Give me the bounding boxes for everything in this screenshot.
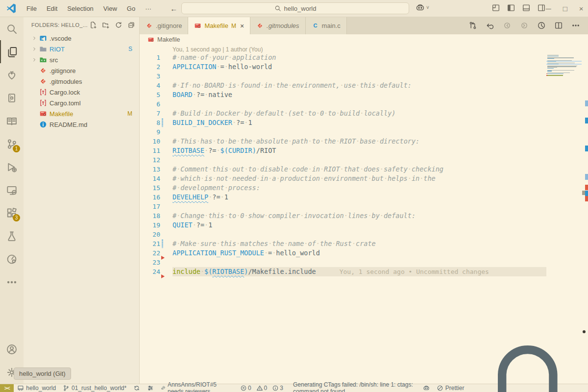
code-line-16[interactable]: 16DEVELHELP·?=·1 [140, 193, 588, 202]
refresh-icon[interactable] [115, 21, 122, 29]
maximize-button[interactable]: □ [563, 4, 567, 13]
chevron-right-icon [30, 45, 38, 53]
gutter [160, 267, 172, 276]
code-line-3[interactable]: 3 [140, 72, 588, 81]
new-folder-icon[interactable] [102, 21, 110, 29]
run-menu-icon[interactable] [537, 21, 546, 30]
activity-explorer-icon[interactable] [0, 40, 24, 63]
remote-indicator[interactable]: >< [0, 384, 14, 392]
new-file-icon[interactable] [89, 21, 97, 29]
menu-file[interactable]: File [22, 5, 42, 12]
file-tree-item-vscode[interactable]: .vscode [24, 33, 139, 44]
more-actions-icon[interactable] [571, 21, 580, 30]
next-change-icon[interactable] [520, 21, 529, 30]
file-tree-item-Cargotoml[interactable]: Cargo.toml [24, 98, 139, 108]
code-line-2[interactable]: 2APPLICATION·=·hello-world [140, 62, 588, 72]
file-tree-item-READMEmd[interactable]: README.md [24, 119, 139, 130]
toggle-sidebar-icon[interactable] [507, 3, 515, 12]
tab-label: main.c [322, 22, 341, 29]
branch-icon [63, 385, 70, 392]
code-line-11[interactable]: 11RIOTBASE·?=·$(CURDIR)/RIOT [140, 146, 588, 155]
status-item-hello_world[interactable]: hello_world [14, 384, 59, 392]
status-item-sync-icon[interactable] [130, 384, 144, 392]
problems-status[interactable]: 003 [237, 384, 290, 392]
menu-[interactable]: ··· [140, 5, 156, 12]
activity-testing-icon[interactable] [0, 224, 24, 247]
code-line-22[interactable]: 22APPLICATION_RUST_MODULE·=·hello_world [140, 248, 588, 258]
activity-more-icon[interactable] [0, 270, 24, 294]
git-compare-icon[interactable] [468, 21, 477, 30]
back-circle-icon[interactable] [486, 21, 494, 30]
status-item-bell-icon[interactable] [467, 384, 588, 392]
status-item-copilot-icon[interactable] [419, 384, 433, 392]
status-item-01_rust_hello_world[interactable]: 01_rust_hello_world* [59, 384, 130, 392]
toggle-panel-icon[interactable] [522, 3, 531, 12]
activity-profiler-extension-icon[interactable] [0, 247, 24, 270]
activity-remote-explorer-icon[interactable] [0, 178, 24, 201]
code-line-9[interactable]: 9 [140, 127, 588, 137]
close-button[interactable]: × [579, 4, 584, 13]
status-item-prettier-icon[interactable]: Prettier [433, 384, 468, 392]
code-line-23[interactable]: 23 [140, 258, 588, 267]
collapse-all-icon[interactable] [127, 21, 135, 29]
git-deleted-marker [161, 274, 165, 278]
minimize-button[interactable]: ─ [546, 4, 551, 13]
code-line-10[interactable]: 10#·This·has·to·be·the·absolute·path·to·… [140, 137, 588, 146]
prev-change-icon[interactable] [503, 21, 512, 30]
activity-notebook-extension-icon[interactable] [0, 86, 24, 109]
activity-search-icon[interactable] [0, 17, 24, 40]
file-tree-item-Cargolock[interactable]: Cargo.lock [24, 87, 139, 98]
menu-go[interactable]: Go [122, 5, 140, 12]
folders-section-title[interactable]: FOLDERS: HELLO_... [31, 22, 89, 28]
breadcrumb[interactable]: Makefile [140, 34, 588, 45]
code-line-19[interactable]: 19QUIET·?=·1 [140, 220, 588, 230]
copilot-menu[interactable]: ˅ [416, 3, 429, 12]
code-line-5[interactable]: 5BOARD·?=·native [140, 90, 588, 99]
activity-extensions-icon[interactable]: 3 [0, 201, 24, 224]
minimap[interactable] [546, 55, 582, 76]
code-line-20[interactable]: 20 [140, 230, 588, 239]
tab-gitmodules[interactable]: .gitmodules [250, 17, 305, 34]
code-line-14[interactable]: 14#·which·is·not·needed·in·a·production·… [140, 174, 588, 183]
code-text [172, 230, 588, 239]
customize-layout-icon[interactable] [491, 3, 500, 12]
menu-selection[interactable]: Selection [62, 5, 98, 12]
gutter [160, 72, 172, 81]
code-line-13[interactable]: 13#·Comment·this·out·to·disable·code·in·… [140, 165, 588, 174]
code-line-8[interactable]: 8BUILD_IN_DOCKER·?=·1 [140, 118, 588, 127]
code-line-1[interactable]: 1#·name·of·your·application [140, 53, 588, 62]
command-center-search[interactable]: hello_world [181, 2, 409, 14]
file-tree-item-gitignore[interactable]: .gitignore [24, 65, 139, 76]
code-line-24[interactable]: 24include·$(RIOTBASE)/Makefile.includeYo… [140, 267, 588, 276]
code-line-17[interactable]: 17 [140, 202, 588, 211]
file-tree-item-src[interactable]: src [24, 54, 139, 65]
line-number: 6 [140, 100, 160, 108]
split-editor-icon[interactable] [554, 21, 563, 30]
status-item-tune-icon[interactable] [144, 384, 157, 392]
gutter [160, 165, 172, 174]
close-tab-icon[interactable]: × [240, 22, 244, 30]
code-line-6[interactable]: 6 [140, 99, 588, 109]
code-line-7[interactable]: 7#·Build·in·Docker·by·default·(set·to·0·… [140, 109, 588, 118]
code-line-21[interactable]: 21#·Make·sure·this·matches·the·name·of·t… [140, 239, 588, 248]
code-line-12[interactable]: 12 [140, 155, 588, 165]
go-back-arrow[interactable]: ← [170, 4, 177, 13]
tab-gitignore[interactable]: .gitignore [140, 17, 188, 34]
menu-edit[interactable]: Edit [42, 5, 62, 12]
activity-run-debug-icon[interactable] [0, 155, 24, 178]
tab-mainc[interactable]: Cmain.c [306, 17, 347, 34]
activity-source-control-icon[interactable]: 1 [0, 132, 24, 155]
status-item-Generating[interactable]: Generating CTags failed: /bin/sh: line 1… [290, 384, 419, 392]
activity-book-extension-icon[interactable] [0, 109, 24, 132]
code-line-4[interactable]: 4#·If·no·BOARD·is·found·in·the·environme… [140, 81, 588, 90]
status-item-AnnsAnns[interactable]: AnnsAnns/RIOT#5 needs reviewers [157, 384, 237, 392]
activity-account-icon[interactable] [0, 338, 24, 361]
file-tree-item-RIOT[interactable]: RIOTS [24, 44, 139, 54]
code-line-15[interactable]: 15#·development·process: [140, 183, 588, 193]
tab-Makefile[interactable]: MakefileM× [188, 17, 250, 34]
menu-view[interactable]: View [98, 5, 122, 12]
file-tree-item-gitmodules[interactable]: .gitmodules [24, 76, 139, 87]
activity-berry-extension-icon[interactable] [0, 63, 24, 86]
file-tree-item-Makefile[interactable]: MakefileM [24, 108, 139, 119]
code-line-18[interactable]: 18#·Change·this·to·0·show·compiler·invoc… [140, 211, 588, 220]
